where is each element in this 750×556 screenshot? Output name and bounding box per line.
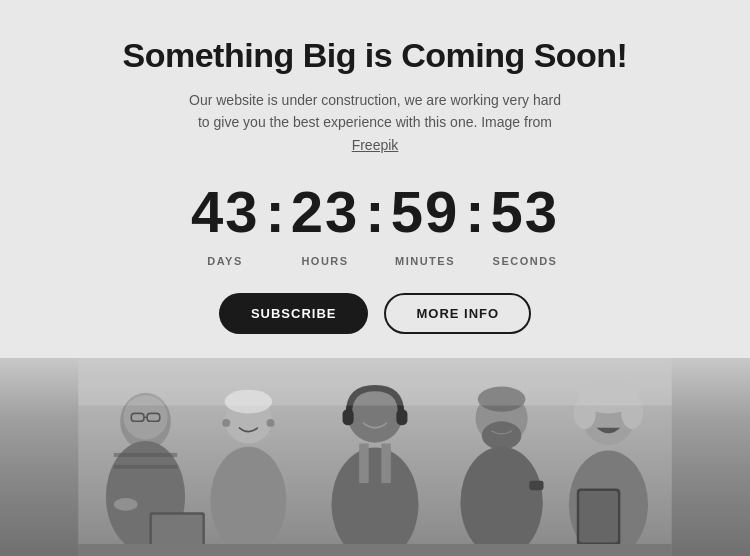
- subscribe-button[interactable]: SUBSCRIBE: [219, 293, 369, 334]
- main-title: Something Big is Coming Soon!: [123, 36, 628, 75]
- buttons-row: SUBSCRIBE MORE INFO: [219, 293, 531, 334]
- svg-point-25: [482, 421, 522, 449]
- svg-rect-19: [343, 410, 354, 426]
- countdown: 43 : 23 : 59 : 53: [191, 178, 559, 245]
- countdown-seconds: 53: [491, 178, 560, 245]
- label-days: DAYS: [185, 255, 265, 267]
- top-section: Something Big is Coming Soon! Our websit…: [0, 0, 750, 358]
- sep-3: :: [465, 183, 484, 241]
- sep-1: :: [265, 183, 284, 241]
- image-section: [0, 358, 750, 556]
- svg-point-15: [222, 419, 230, 427]
- svg-rect-38: [78, 358, 671, 405]
- svg-rect-35: [579, 491, 618, 542]
- label-minutes: MINUTES: [385, 255, 465, 267]
- more-info-button[interactable]: MORE INFO: [384, 293, 531, 334]
- countdown-minutes: 59: [391, 178, 460, 245]
- svg-rect-7: [114, 453, 177, 457]
- svg-rect-22: [359, 444, 368, 484]
- countdown-hours: 23: [291, 178, 360, 245]
- svg-rect-11: [152, 515, 203, 545]
- svg-point-27: [460, 447, 542, 556]
- label-hours: HOURS: [285, 255, 365, 267]
- freepik-link[interactable]: Freepik: [352, 137, 399, 153]
- svg-rect-37: [78, 544, 671, 556]
- svg-rect-23: [381, 444, 390, 484]
- svg-point-9: [114, 498, 138, 511]
- countdown-days: 43: [191, 178, 260, 245]
- svg-rect-20: [396, 410, 407, 426]
- subtitle-text: Our website is under construction, we ar…: [185, 89, 565, 156]
- svg-point-17: [210, 447, 286, 555]
- page-wrapper: Something Big is Coming Soon! Our websit…: [0, 0, 750, 556]
- sep-2: :: [365, 183, 384, 241]
- svg-point-16: [267, 419, 275, 427]
- label-seconds: SECONDS: [485, 255, 565, 267]
- svg-rect-28: [529, 481, 543, 490]
- photo-background: [0, 358, 750, 556]
- people-illustration: [0, 358, 750, 556]
- countdown-labels: DAYS HOURS MINUTES SECONDS: [165, 255, 585, 267]
- svg-rect-8: [114, 465, 177, 469]
